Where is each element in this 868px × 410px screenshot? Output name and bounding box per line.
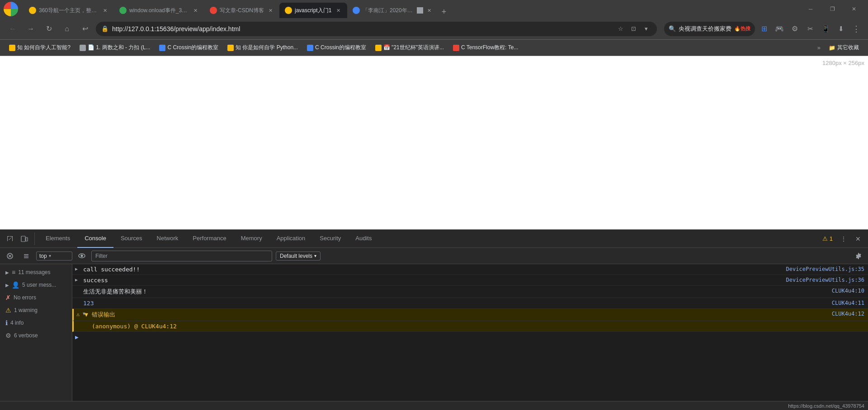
tab-close-onload[interactable]: ✕ [192, 7, 199, 14]
sidebar-verbose[interactable]: ⚙ 6 verbose [0, 329, 72, 342]
sidebar-info[interactable]: ℹ 4 info [0, 317, 72, 329]
devtools-left-icons [4, 233, 35, 245]
console-gear-button[interactable] [853, 250, 864, 262]
console-input-line: ▶ [72, 332, 868, 342]
tab-application[interactable]: Application [269, 230, 313, 248]
live-expressions-button[interactable] [76, 250, 88, 262]
tab-lnj[interactable]: 「李南江」2020年最新... ✕ [347, 3, 438, 18]
console-link-5[interactable]: CLUK4u4:12 [823, 311, 864, 317]
devtools-more-button[interactable]: ⋮ [837, 233, 850, 245]
tab-label-js: javascript入门1 [295, 7, 331, 14]
tab-label-lnj: 「李南江」2020年最新... [363, 7, 414, 14]
bookmark-label-folder: 其它收藏 [837, 44, 859, 51]
tab-close-js[interactable]: ✕ [335, 7, 342, 14]
navbar: ← → ↻ ⌂ ↩ 🔒 http://127.0.0.1:15636/previ… [0, 18, 868, 40]
bookmark-crossin2[interactable]: C Crossin的编程教室 [303, 42, 370, 53]
console-link-3[interactable]: CLUK4u4:10 [823, 288, 864, 294]
sidebar-label-errors: No errors [14, 294, 36, 301]
sidebar-all-messages[interactable]: ▶ ≡ 11 messages [0, 266, 72, 279]
restore-button[interactable]: ❐ [822, 2, 843, 16]
bookmark-star-button[interactable]: ☆ [615, 23, 626, 34]
sidebar-warnings[interactable]: ⚠ 1 warning [0, 304, 72, 317]
console-link-4[interactable]: CLUK4u4:11 [823, 300, 864, 306]
tab-performance[interactable]: Performance [185, 230, 233, 248]
reload-button[interactable]: ↻ [42, 22, 56, 36]
right-toolbar: 🔍 央视调查天价搬家费 🔥热搜 ⊞ 🎮 ⚙ ✂ 📱 ⬇ ⋮ [664, 22, 863, 36]
clear-console-button[interactable] [4, 250, 16, 262]
console-text-4: 123 [83, 300, 823, 307]
tab-console[interactable]: Console [77, 230, 113, 248]
warning-triangle-icon: ⚠ [822, 235, 828, 242]
forward-button[interactable]: → [24, 22, 38, 36]
tab-icon-lnj [353, 7, 360, 14]
console-line-2: ▶ success DevicePreviewUtils.js:36 [72, 275, 868, 286]
tab-close-lnj[interactable]: ✕ [426, 7, 432, 14]
bookmark-english[interactable]: 📅 "21世纪杯"英语演讲... [372, 42, 448, 53]
svg-rect-5 [24, 254, 28, 255]
new-tab-button[interactable]: + [438, 5, 450, 18]
log-level-select[interactable]: Default levels ▾ [276, 252, 321, 261]
bookmark-label-c2: C Crossin的编程教室 [315, 44, 366, 51]
download-icon[interactable]: ⬇ [835, 23, 847, 35]
address-bar[interactable]: 🔒 http://127.0.0.1:15636/preview/app/ind… [96, 22, 657, 36]
sidebar-user-messages[interactable]: ▶ 👤 5 user mess... [0, 279, 72, 291]
expand-line1[interactable]: ▶ [75, 266, 78, 271]
tab-window-onload[interactable]: window.onload事件_360... ✕ [114, 3, 204, 18]
tab-elements[interactable]: Elements [38, 230, 77, 248]
bookmark-label-py: 知 你是如何自学 Python... [236, 44, 298, 51]
tab-js-intro[interactable]: javascript入门1 ✕ [279, 3, 347, 18]
bookmark-crossin1[interactable]: C Crossin的编程教室 [156, 42, 222, 53]
gaming-icon[interactable]: 🎮 [773, 23, 786, 35]
tab-sources[interactable]: Sources [113, 230, 150, 248]
home-button[interactable]: ⌂ [60, 22, 74, 36]
windows-icon[interactable]: ⊞ [758, 23, 770, 35]
tab-network[interactable]: Network [150, 230, 186, 248]
prompt-icon: ▶ [75, 334, 79, 340]
device-toolbar-button[interactable] [18, 233, 31, 245]
extension-icon[interactable]: ⚙ [788, 23, 801, 35]
filter-input[interactable] [91, 251, 272, 261]
bookmark-icon-ai [9, 45, 15, 51]
bookmark-python[interactable]: 知 你是如何自学 Python... [224, 42, 302, 53]
console-main[interactable]: ▶ call succeeded!! DevicePreviewUtils.js… [72, 264, 868, 401]
bookmark-tf[interactable]: C TensorFlow教程: Te... [449, 42, 522, 53]
close-button[interactable]: ✕ [844, 2, 864, 16]
console-link-2[interactable]: DevicePreviewUtils.js:36 [777, 277, 864, 283]
tab-audits[interactable]: Audits [348, 230, 379, 248]
console-text-2: success [83, 277, 777, 284]
inspect-element-button[interactable] [4, 233, 16, 245]
console-text-1: call succeeded!! [83, 266, 777, 273]
bookmark-folder[interactable]: 📁 其它收藏 [825, 42, 863, 53]
console-input[interactable] [83, 334, 864, 340]
history-back-button[interactable]: ↩ [78, 22, 92, 36]
search-box[interactable]: 🔍 央视调查天价搬家费 🔥热搜 [664, 22, 755, 36]
tab-security[interactable]: Security [312, 230, 348, 248]
hot-badge: 🔥热搜 [734, 25, 750, 32]
minimize-button[interactable]: ─ [800, 2, 821, 16]
tab-csdn[interactable]: 写文章-CSDN博客 ✕ [204, 3, 279, 18]
address-dropdown-button[interactable]: ▾ [641, 23, 651, 34]
cast-button[interactable]: ⊡ [628, 23, 639, 34]
console-link-1[interactable]: DevicePreviewUtils.js:35 [777, 266, 864, 272]
warning-badge[interactable]: ⚠ 1 [820, 234, 835, 243]
expand-line5[interactable]: ▼ [83, 311, 85, 316]
tab-icon-js [285, 7, 292, 14]
cut-icon[interactable]: ✂ [804, 23, 816, 35]
console-settings-toggle[interactable] [20, 250, 33, 262]
sidebar-no-errors[interactable]: ✗ No errors [0, 291, 72, 304]
tab-close-360[interactable]: ✕ [102, 7, 108, 14]
menu-button[interactable]: ⋮ [850, 23, 863, 35]
tab-360[interactable]: 360导航一个主页，整个世... ✕ [24, 3, 114, 18]
back-button[interactable]: ← [5, 22, 20, 36]
bookmark-leetcode[interactable]: 📄 1. 两数之和 - 力扣 (L... [76, 42, 154, 53]
bookmark-ai[interactable]: 知 如何自学人工智能? [5, 42, 74, 53]
tab-close-csdn[interactable]: ✕ [267, 7, 274, 14]
more-bookmarks-button[interactable]: » [815, 42, 823, 53]
console-line-1: ▶ call succeeded!! DevicePreviewUtils.js… [72, 264, 868, 275]
devtools-close-button[interactable]: ✕ [852, 233, 864, 245]
expand-line2[interactable]: ▶ [75, 277, 78, 282]
expand-arrow-all: ▶ [5, 270, 9, 275]
tab-memory[interactable]: Memory [234, 230, 269, 248]
context-selector[interactable]: top ▾ [36, 252, 72, 261]
phone-icon[interactable]: 📱 [819, 23, 832, 35]
